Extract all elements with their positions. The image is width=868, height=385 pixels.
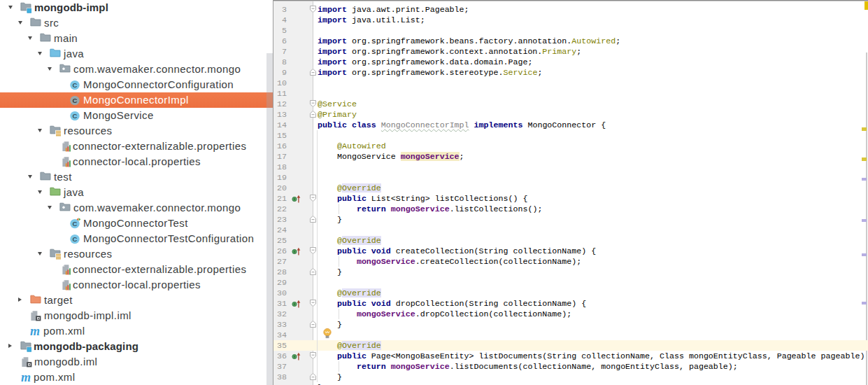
svg-text:C: C [73, 220, 78, 227]
svg-text:C: C [73, 81, 78, 89]
svg-text:C: C [73, 112, 78, 120]
svg-text:C: C [73, 97, 78, 104]
svg-text:C: C [73, 235, 78, 243]
svg-text:m: m [21, 372, 31, 383]
svg-text:m: m [30, 326, 40, 337]
